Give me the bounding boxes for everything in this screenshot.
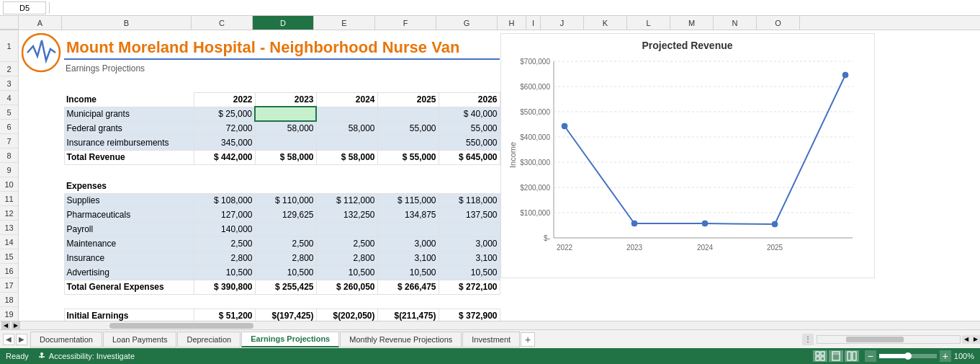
col-header-j[interactable]: J bbox=[541, 16, 584, 30]
zoom-in-btn[interactable]: + bbox=[940, 350, 951, 362]
cell-e4[interactable]: 2024 bbox=[316, 92, 377, 107]
tab-documentation[interactable]: Documentation bbox=[30, 332, 102, 347]
cell-a11[interactable] bbox=[19, 193, 64, 208]
cell-b5[interactable]: Municipal grants bbox=[64, 107, 194, 121]
cell-c8[interactable]: $ 442,000 bbox=[194, 150, 255, 164]
cell-f14[interactable]: 3,000 bbox=[377, 236, 439, 251]
cell-g19[interactable]: $ 372,900 bbox=[439, 308, 500, 321]
cell-c4[interactable]: 2022 bbox=[194, 92, 255, 107]
cell-f5[interactable] bbox=[377, 107, 439, 121]
cell-c11[interactable]: $ 108,000 bbox=[194, 193, 255, 208]
cell-e14[interactable]: 2,500 bbox=[316, 236, 377, 251]
scroll-left-btn[interactable]: ◀ bbox=[1, 321, 10, 330]
cell-f19[interactable]: $(211,475) bbox=[377, 308, 439, 321]
cell-a4[interactable] bbox=[19, 92, 64, 107]
cell-e16[interactable]: 10,500 bbox=[316, 265, 377, 280]
cell-c12[interactable]: 127,000 bbox=[194, 208, 255, 222]
sheet-options-btn[interactable]: ⋮ bbox=[802, 334, 814, 345]
cell-a5[interactable] bbox=[19, 107, 64, 121]
cell-b17[interactable]: Total General Expenses bbox=[64, 280, 194, 294]
col-header-e[interactable]: E bbox=[314, 16, 375, 30]
col-header-o[interactable]: O bbox=[757, 16, 800, 30]
cell-a18[interactable] bbox=[19, 294, 64, 308]
tab-add-btn[interactable]: + bbox=[521, 332, 535, 347]
cell-a13[interactable] bbox=[19, 222, 64, 236]
tab-prev-btn[interactable]: ◀ bbox=[3, 334, 14, 345]
cell-a16[interactable] bbox=[19, 265, 64, 280]
horizontal-scrollbar[interactable]: ◀ ▶ bbox=[0, 321, 980, 329]
cell-d12[interactable]: 129,625 bbox=[255, 208, 316, 222]
row-num-2[interactable]: 2 bbox=[0, 62, 18, 76]
cell-a19[interactable] bbox=[19, 308, 64, 321]
cell-f7[interactable] bbox=[377, 136, 439, 150]
cell-b12[interactable]: Pharmaceuticals bbox=[64, 208, 194, 222]
cell-b16[interactable]: Advertising bbox=[64, 265, 194, 280]
cell-g17[interactable]: $ 272,100 bbox=[439, 280, 500, 294]
cell-e12[interactable]: 132,250 bbox=[316, 208, 377, 222]
cell-f8[interactable]: $ 55,000 bbox=[377, 150, 439, 164]
cell-f16[interactable]: 10,500 bbox=[377, 265, 439, 280]
row-num-9[interactable]: 9 bbox=[0, 163, 18, 177]
col-header-d[interactable]: D bbox=[253, 16, 314, 30]
name-box[interactable] bbox=[3, 1, 46, 14]
tab-scrollbar-thumb[interactable] bbox=[846, 337, 904, 342]
col-header-g[interactable]: G bbox=[436, 16, 498, 30]
row-num-18[interactable]: 18 bbox=[0, 293, 18, 307]
cell-e17[interactable]: $ 260,050 bbox=[316, 280, 377, 294]
tab-next-btn[interactable]: ▶ bbox=[16, 334, 27, 345]
row-num-3[interactable]: 3 bbox=[0, 76, 18, 91]
row-num-16[interactable]: 16 bbox=[0, 264, 18, 278]
cell-d7[interactable] bbox=[255, 136, 316, 150]
cell-b4[interactable]: Income bbox=[64, 92, 194, 107]
cell-b11[interactable]: Supplies bbox=[64, 193, 194, 208]
cell-b8[interactable]: Total Revenue bbox=[64, 150, 194, 164]
tab-scrollbar[interactable] bbox=[817, 335, 961, 344]
col-header-m[interactable]: M bbox=[670, 16, 714, 30]
col-header-a[interactable]: A bbox=[19, 16, 62, 30]
cell-e19[interactable]: $(202,050) bbox=[316, 308, 377, 321]
tab-loan-payments[interactable]: Loan Payments bbox=[103, 332, 176, 347]
cell-f15[interactable]: 3,100 bbox=[377, 251, 439, 265]
tab-scroll-right[interactable]: ▶ bbox=[971, 335, 980, 344]
cell-a3[interactable] bbox=[19, 78, 64, 92]
cell-c6[interactable]: 72,000 bbox=[194, 121, 255, 136]
col-header-l[interactable]: L bbox=[627, 16, 670, 30]
cell-e11[interactable]: $ 112,000 bbox=[316, 193, 377, 208]
cell-g16[interactable]: 10,500 bbox=[439, 265, 500, 280]
cell-c16[interactable]: 10,500 bbox=[194, 265, 255, 280]
col-header-i[interactable]: I bbox=[526, 16, 541, 30]
row-num-17[interactable]: 17 bbox=[0, 278, 18, 293]
cell-f13[interactable] bbox=[377, 222, 439, 236]
cell-a6[interactable] bbox=[19, 121, 64, 136]
cell-b13[interactable]: Payroll bbox=[64, 222, 194, 236]
cell-e15[interactable]: 2,800 bbox=[316, 251, 377, 265]
cell-b15[interactable]: Insurance bbox=[64, 251, 194, 265]
row-num-19[interactable]: 19 bbox=[0, 307, 18, 321]
cell-b14[interactable]: Maintenance bbox=[64, 236, 194, 251]
cell-d15[interactable]: 2,800 bbox=[255, 251, 316, 265]
cell-d8[interactable]: $ 58,000 bbox=[255, 150, 316, 164]
row-num-8[interactable]: 8 bbox=[0, 148, 18, 163]
cell-f12[interactable]: 134,875 bbox=[377, 208, 439, 222]
cell-f11[interactable]: $ 115,000 bbox=[377, 193, 439, 208]
row-num-15[interactable]: 15 bbox=[0, 249, 18, 264]
tab-earnings-projections[interactable]: Earnings Projections bbox=[241, 332, 339, 347]
cell-a14[interactable] bbox=[19, 236, 64, 251]
cell-e13[interactable] bbox=[316, 222, 377, 236]
cell-c7[interactable]: 345,000 bbox=[194, 136, 255, 150]
cell-a12[interactable] bbox=[19, 208, 64, 222]
cell-g14[interactable]: 3,000 bbox=[439, 236, 500, 251]
cell-f17[interactable]: $ 266,475 bbox=[377, 280, 439, 294]
cell-d13[interactable] bbox=[255, 222, 316, 236]
col-header-c[interactable]: C bbox=[192, 16, 253, 30]
cell-g7[interactable]: 550,000 bbox=[439, 136, 500, 150]
cell-e7[interactable] bbox=[316, 136, 377, 150]
row-num-14[interactable]: 14 bbox=[0, 235, 18, 249]
cell-b19[interactable]: Initial Earnings bbox=[64, 308, 194, 321]
row-num-5[interactable]: 5 bbox=[0, 105, 18, 120]
cell-subtitle[interactable]: Earnings Projections bbox=[64, 59, 500, 78]
cell-d5[interactable] bbox=[255, 107, 316, 121]
cell-b10[interactable]: Expenses bbox=[64, 179, 194, 193]
cell-g4[interactable]: 2026 bbox=[439, 92, 500, 107]
row-num-6[interactable]: 6 bbox=[0, 120, 18, 134]
